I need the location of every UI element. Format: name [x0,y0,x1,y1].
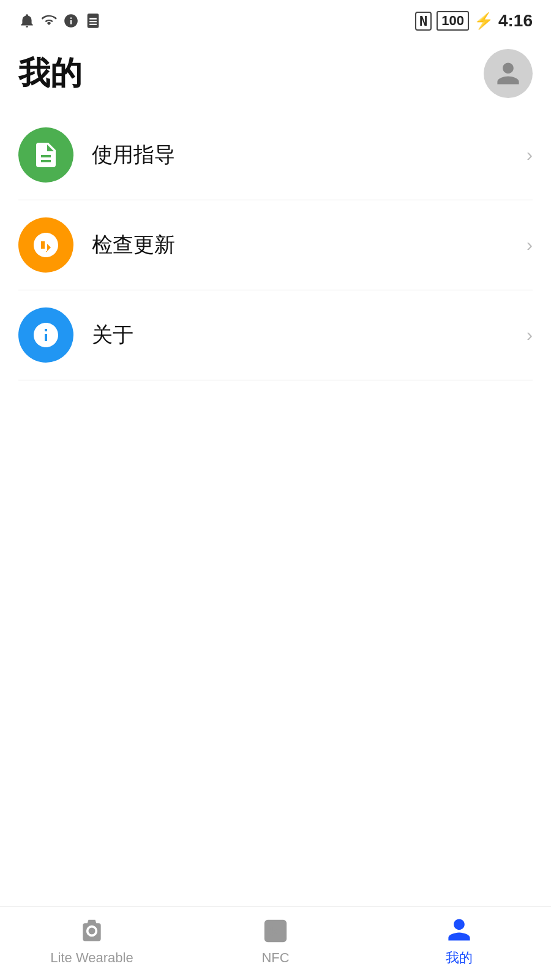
person-icon [495,60,522,87]
nfc-nav-label: NFC [261,950,289,966]
guide-icon-circle [18,127,73,183]
update-icon [31,230,61,260]
status-icons-left [18,12,102,29]
about-chevron: › [527,325,533,345]
about-label: 关于 [92,321,520,349]
notification-icon [18,12,36,29]
clock-display: 4:16 [498,11,533,31]
guide-label: 使用指导 [92,141,520,169]
avatar-button[interactable] [484,49,533,98]
lite-wearable-nav-icon [77,916,107,946]
menu-item-update[interactable]: 检查更新 › [18,200,533,290]
wifi-icon [40,12,58,29]
page-header: 我的 [0,37,551,110]
bottom-nav: Lite Wearable NFC 我的 [0,907,551,980]
battery-icon: 100 [437,11,469,31]
nav-item-lite-wearable[interactable]: Lite Wearable [0,916,184,966]
nfc-status-icon: N [415,12,432,31]
info-status-icon [62,12,80,29]
update-icon-circle [18,217,73,273]
status-right: N 100 ⚡ 4:16 [415,11,533,31]
update-label: 检查更新 [92,231,520,259]
svg-point-0 [44,238,48,241]
mine-nav-icon [444,914,474,945]
menu-list: 使用指导 › 检查更新 › 关于 › [0,110,551,907]
svg-rect-1 [45,243,47,251]
menu-item-guide[interactable]: 使用指导 › [18,110,533,200]
bolt-icon: ⚡ [474,12,493,31]
nav-item-nfc[interactable]: NFC [184,916,367,966]
book-icon [84,12,102,29]
menu-item-about[interactable]: 关于 › [18,290,533,380]
about-icon-circle [18,307,73,363]
lite-wearable-nav-label: Lite Wearable [50,950,133,966]
document-icon [31,140,61,170]
status-bar: N 100 ⚡ 4:16 [0,0,551,37]
about-icon [31,320,61,350]
page-title: 我的 [18,52,82,95]
nfc-nav-icon [260,916,291,946]
mine-nav-label: 我的 [446,949,473,967]
guide-chevron: › [527,145,533,165]
update-chevron: › [527,235,533,255]
nav-item-mine[interactable]: 我的 [367,914,551,967]
